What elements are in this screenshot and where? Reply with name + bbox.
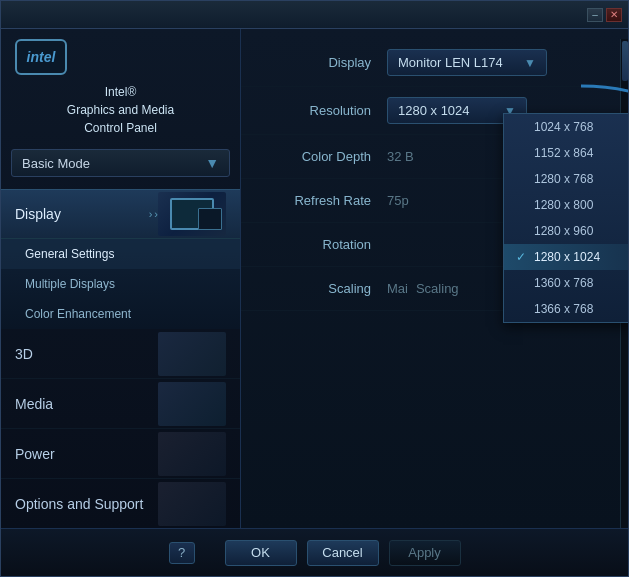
resolution-option-1280-960[interactable]: 1280 x 960 [504, 218, 628, 244]
main-window: – ✕ intel Intel® Graphics and Media Cont… [0, 0, 629, 577]
media-thumbnail [158, 382, 226, 426]
sidebar-arrows: › › [149, 208, 158, 220]
resolution-dropdown-list: 1024 x 768 1152 x 864 1280 x 768 1280 x … [503, 113, 628, 323]
refresh-rate-partial-value: 75p [387, 193, 409, 208]
resolution-option-1280-768[interactable]: 1280 x 768 [504, 166, 628, 192]
scaling-suffix-value: Scaling [416, 281, 459, 296]
main-content: intel Intel® Graphics and Media Control … [1, 29, 628, 528]
media-thumb-img [158, 382, 226, 426]
intel-logo: intel [15, 39, 67, 75]
resolution-option-1366[interactable]: 1366 x 768 [504, 296, 628, 322]
display-dropdown-value: Monitor LEN L174 [398, 55, 503, 70]
sidebar: intel Intel® Graphics and Media Control … [1, 29, 241, 528]
resolution-option-1152-label: 1152 x 864 [534, 146, 593, 160]
bottom-bar: ? OK Cancel Apply [1, 528, 628, 576]
intel-logo-text: intel [27, 49, 56, 65]
minimize-button[interactable]: – [587, 8, 603, 22]
resolution-option-1280-1024-label: 1280 x 1024 [534, 250, 600, 264]
mode-selector[interactable]: Basic Mode ▼ [11, 149, 230, 177]
resolution-option-1280-1024[interactable]: ✓ 1280 x 1024 [504, 244, 628, 270]
resolution-option-1360[interactable]: 1360 x 768 [504, 270, 628, 296]
resolution-setting-label: Resolution [261, 103, 371, 118]
resolution-dropdown-value: 1280 x 1024 [398, 103, 470, 118]
help-button[interactable]: ? [169, 542, 195, 564]
resolution-option-1366-label: 1366 x 768 [534, 302, 593, 316]
display-setting-row: Display Monitor LEN L174 ▼ [241, 39, 628, 87]
sidebar-item-3d[interactable]: 3D [1, 329, 240, 379]
mode-label: Basic Mode [22, 156, 205, 171]
scaling-partial-value: Mai [387, 281, 408, 296]
close-button[interactable]: ✕ [606, 8, 622, 22]
scaling-setting-label: Scaling [261, 281, 371, 296]
display-dropdown-arrow: ▼ [524, 56, 536, 70]
right-panel: Display Monitor LEN L174 ▼ Resolution 12… [241, 29, 628, 528]
resolution-option-1280-768-label: 1280 x 768 [534, 172, 593, 186]
power-thumbnail [158, 432, 226, 476]
display-dropdown-button[interactable]: Monitor LEN L174 ▼ [387, 49, 547, 76]
display-thumb-img [158, 192, 226, 236]
sidebar-item-media-label: Media [15, 396, 158, 412]
sidebar-item-multiple-displays[interactable]: Multiple Displays [1, 269, 240, 299]
arrow-right-1: › [149, 208, 153, 220]
resolution-option-1280-800-label: 1280 x 800 [534, 198, 593, 212]
display-control: Monitor LEN L174 ▼ [387, 49, 608, 76]
apply-button[interactable]: Apply [389, 540, 461, 566]
3d-thumbnail [158, 332, 226, 376]
mode-dropdown-icon: ▼ [205, 155, 219, 171]
brand-title: Intel® Graphics and Media Control Panel [1, 75, 240, 149]
sidebar-navigation: Display › › General Settings Multi [1, 189, 240, 528]
resolution-option-1280-800[interactable]: 1280 x 800 [504, 192, 628, 218]
sidebar-item-options[interactable]: Options and Support [1, 479, 240, 528]
sidebar-item-general-settings[interactable]: General Settings [1, 239, 240, 269]
sidebar-item-power-label: Power [15, 446, 158, 462]
refresh-rate-setting-label: Refresh Rate [261, 193, 371, 208]
resolution-option-1152[interactable]: 1152 x 864 [504, 140, 628, 166]
sidebar-item-options-label: Options and Support [15, 496, 158, 512]
power-thumb-img [158, 432, 226, 476]
color-depth-partial-value: 32 B [387, 149, 414, 164]
sidebar-item-display-label: Display [15, 206, 143, 222]
color-depth-setting-label: Color Depth [261, 149, 371, 164]
options-thumbnail [158, 482, 226, 526]
display-setting-label: Display [261, 55, 371, 70]
check-1280-1024: ✓ [516, 250, 528, 264]
title-bar: – ✕ [1, 1, 628, 29]
sidebar-item-power[interactable]: Power [1, 429, 240, 479]
multiple-displays-label: Multiple Displays [25, 277, 115, 291]
sidebar-item-media[interactable]: Media [1, 379, 240, 429]
sidebar-item-display[interactable]: Display › › [1, 189, 240, 239]
display-sub-nav: General Settings Multiple Displays Color… [1, 239, 240, 329]
color-enhancement-label: Color Enhancement [25, 307, 131, 321]
resolution-option-1024-label: 1024 x 768 [534, 120, 593, 134]
scrollbar-thumb [622, 41, 628, 81]
options-thumb-img [158, 482, 226, 526]
rotation-setting-label: Rotation [261, 237, 371, 252]
sidebar-item-color-enhancement[interactable]: Color Enhancement [1, 299, 240, 329]
ok-button[interactable]: OK [225, 540, 297, 566]
display-thumbnail [158, 192, 226, 236]
resolution-option-1024[interactable]: 1024 x 768 [504, 114, 628, 140]
general-settings-label: General Settings [25, 247, 114, 261]
cancel-button[interactable]: Cancel [307, 540, 379, 566]
resolution-option-1360-label: 1360 x 768 [534, 276, 593, 290]
resolution-option-1280-960-label: 1280 x 960 [534, 224, 593, 238]
sidebar-item-3d-label: 3D [15, 346, 158, 362]
3d-thumb-img [158, 332, 226, 376]
